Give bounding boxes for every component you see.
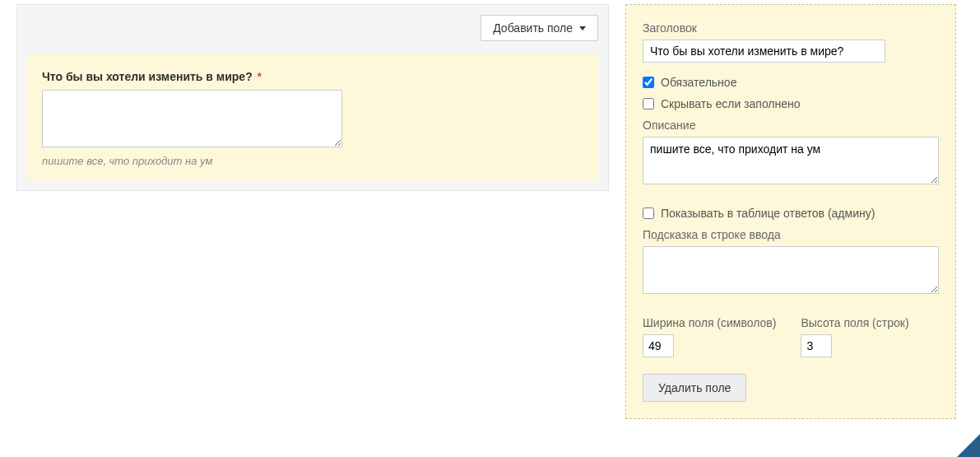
show-in-table-row: Показывать в таблице ответов (админу) [643,207,939,220]
height-input[interactable] [801,334,832,357]
preview-textarea[interactable] [42,90,342,147]
height-group: Высота поля (строк) [801,316,908,357]
title-input[interactable] [643,40,885,63]
required-checkbox[interactable] [643,77,654,88]
placeholder-group: Подсказка в строке ввода [643,228,939,296]
add-field-button[interactable]: Добавить поле [481,15,598,41]
field-label-text: Что бы вы хотели изменить в мире? [42,70,253,83]
title-label: Заголовок [643,21,939,35]
delete-field-button[interactable]: Удалить поле [643,374,746,402]
description-label: Описание [643,119,939,132]
required-label[interactable]: Обязательное [661,76,736,89]
placeholder-textarea[interactable] [643,246,939,294]
show-in-table-label[interactable]: Показывать в таблице ответов (админу) [661,207,875,220]
form-preview-panel: Добавить поле Что бы вы хотели изменить … [16,4,609,419]
hide-if-filled-checkbox[interactable] [643,98,654,110]
size-row: Ширина поля (символов) Высота поля (стро… [643,316,939,357]
field-label: Что бы вы хотели изменить в мире? * [42,70,583,83]
description-group: Описание [643,119,939,187]
caret-down-icon [579,26,586,30]
required-star-icon: * [258,70,262,83]
description-textarea[interactable] [643,137,939,184]
field-preview[interactable]: Что бы вы хотели изменить в мире? * пиши… [27,54,598,180]
preview-header: Добавить поле [27,15,598,41]
preview-box: Добавить поле Что бы вы хотели изменить … [16,4,609,191]
width-input[interactable] [643,334,674,357]
add-field-label: Добавить поле [493,21,573,35]
show-in-table-checkbox[interactable] [643,208,654,219]
title-group: Заголовок [643,21,939,63]
placeholder-label: Подсказка в строке ввода [643,228,939,241]
required-row: Обязательное [643,76,939,89]
field-hint: пишите все, что приходит на ум [42,155,583,167]
hide-if-filled-label[interactable]: Скрывать если заполнено [661,97,801,110]
field-settings-panel: Заголовок Обязательное Скрывать если зап… [625,4,956,419]
width-label: Ширина поля (символов) [643,316,776,329]
height-label: Высота поля (строк) [801,316,908,329]
hide-if-filled-row: Скрывать если заполнено [643,97,939,110]
settings-panel: Заголовок Обязательное Скрывать если зап… [625,4,956,419]
width-group: Ширина поля (символов) [643,316,776,357]
